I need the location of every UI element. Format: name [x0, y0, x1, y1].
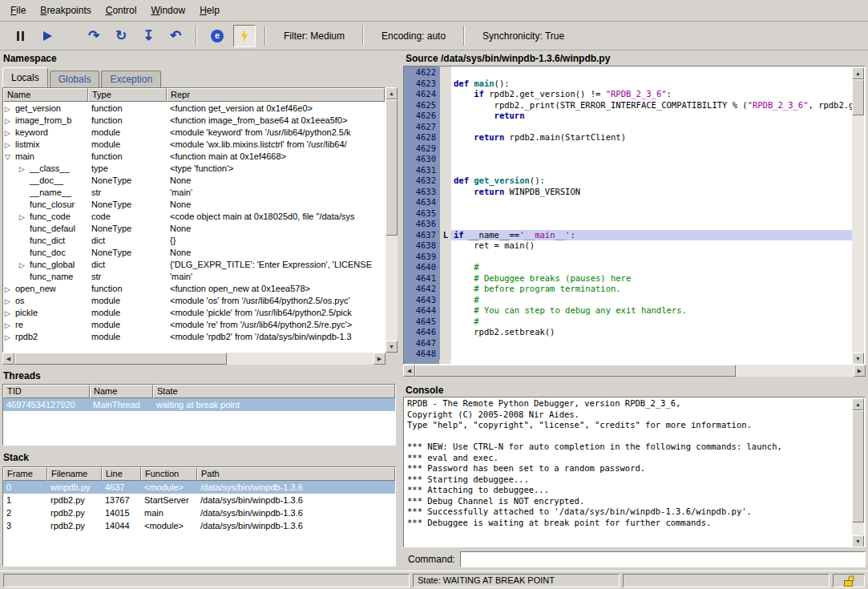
- column-header-line[interactable]: Line: [102, 467, 141, 481]
- return-button[interactable]: ↶: [164, 25, 187, 47]
- line-number[interactable]: 4630: [405, 154, 440, 165]
- source-line[interactable]: 4632def get_version():: [405, 175, 852, 187]
- line-number[interactable]: 4629: [405, 143, 440, 155]
- synchronicity-label[interactable]: Synchronicity: True: [482, 30, 564, 42]
- source-line[interactable]: 4648: [405, 349, 852, 360]
- source-line[interactable]: 4644 # You can step to debug any exit ha…: [405, 305, 852, 317]
- source-line[interactable]: 4641 # Debuggee breaks (pauses) here: [405, 273, 852, 284]
- menu-control[interactable]: Control: [99, 1, 144, 20]
- scroll-thumb[interactable]: [14, 353, 227, 365]
- stack-frame-row[interactable]: 1rpdb2.py13767StartServer/data/sys/bin/w…: [3, 494, 395, 506]
- source-line[interactable]: 4627: [405, 122, 852, 133]
- namespace-vscrollbar[interactable]: ▲▼: [386, 87, 398, 353]
- source-editor[interactable]: 46224623def main():4624 if rpdb2.get_ver…: [403, 66, 866, 365]
- source-line[interactable]: 4624 if rpdb2.get_version() != "RPDB_2_3…: [405, 89, 852, 100]
- line-number[interactable]: 4633: [405, 187, 440, 198]
- line-number[interactable]: 4647: [405, 338, 440, 349]
- expand-icon[interactable]: ▷: [5, 333, 15, 341]
- namespace-row[interactable]: ▷func_codecode<code object main at 0x180…: [3, 210, 385, 222]
- line-number[interactable]: 4645: [405, 317, 440, 328]
- source-line[interactable]: 4628 return rpdb2.main(StartClient): [405, 132, 852, 143]
- scroll-left-button[interactable]: ◀: [403, 365, 415, 377]
- line-number[interactable]: 4644: [405, 305, 440, 317]
- column-header-filename[interactable]: Filename: [47, 467, 102, 481]
- source-line[interactable]: 4625 rpdb2._print(STR_ERROR_INTERFACE_CO…: [405, 100, 852, 111]
- scroll-thumb[interactable]: [852, 79, 864, 115]
- source-vscrollbar[interactable]: ▲▼: [852, 67, 864, 365]
- break-button[interactable]: [9, 25, 31, 47]
- scroll-right-button[interactable]: ▶: [854, 365, 866, 377]
- namespace-row[interactable]: __doc__NoneTypeNone: [3, 174, 385, 186]
- line-number[interactable]: 4634: [405, 197, 440, 208]
- line-number[interactable]: 4627: [405, 122, 440, 133]
- namespace-row[interactable]: ▷picklemodule<module 'pickle' from '/usr…: [3, 306, 385, 318]
- source-line[interactable]: 4639: [405, 252, 852, 263]
- namespace-row[interactable]: ▷keywordmodule<module 'keyword' from '/u…: [3, 126, 385, 138]
- source-line[interactable]: 4634: [405, 197, 852, 208]
- line-number[interactable]: 4635: [405, 208, 440, 220]
- namespace-row[interactable]: ▷remodule<module 're' from '/usr/lib64/p…: [3, 318, 385, 330]
- namespace-row[interactable]: ▷rpdb2module<module 'rpdb2' from '/data/…: [3, 330, 385, 342]
- next-button[interactable]: ↻: [110, 25, 132, 47]
- scroll-track[interactable]: [415, 365, 854, 377]
- go-button[interactable]: [36, 25, 59, 47]
- scroll-track[interactable]: [386, 99, 398, 341]
- line-number[interactable]: 4625: [405, 100, 440, 111]
- line-number[interactable]: 4631: [405, 165, 440, 176]
- namespace-row[interactable]: ▷image_from_bfunction<function image_fro…: [3, 114, 385, 126]
- source-line[interactable]: 4623def main():: [405, 79, 852, 90]
- line-number[interactable]: 4638: [405, 240, 440, 252]
- scroll-thumb[interactable]: [852, 410, 864, 522]
- stack-frame-row[interactable]: 0winpdb.py4637<module>/data/sys/bin/winp…: [3, 481, 395, 494]
- scroll-thumb[interactable]: [415, 365, 736, 377]
- source-line[interactable]: 4643 #: [405, 295, 852, 306]
- column-header-name[interactable]: Name: [90, 385, 153, 398]
- expand-icon[interactable]: ▷: [19, 261, 30, 269]
- scroll-up-button[interactable]: ▲: [852, 67, 864, 79]
- stack-frame-row[interactable]: 3rpdb2.py14044<module>/data/sys/bin/winp…: [3, 519, 395, 532]
- column-header-path[interactable]: Path: [197, 467, 395, 481]
- encoding-label[interactable]: Encoding: auto: [382, 30, 446, 42]
- namespace-row[interactable]: ▽mainfunction<function main at 0x1ef4668…: [3, 150, 385, 162]
- thread-row[interactable]: 46974534127920MainThreadwaiting at break…: [3, 398, 395, 411]
- expand-icon[interactable]: ▷: [5, 105, 15, 113]
- source-line[interactable]: 4633 return WINPDB_VERSION: [405, 187, 852, 198]
- source-line[interactable]: 4638 ret = main(): [405, 240, 852, 252]
- source-line[interactable]: 4646 rpdb2.setbreak(): [405, 327, 852, 338]
- tab-locals[interactable]: Locals: [2, 67, 48, 87]
- source-line[interactable]: 4636: [405, 219, 852, 230]
- source-line[interactable]: 4629: [405, 143, 852, 155]
- namespace-row[interactable]: func_docNoneTypeNone: [3, 246, 385, 258]
- source-line[interactable]: 4630: [405, 154, 852, 165]
- column-header-repr[interactable]: Repr: [167, 88, 385, 102]
- scroll-right-button[interactable]: ▶: [373, 353, 386, 365]
- line-number[interactable]: 4648: [405, 349, 440, 360]
- line-number[interactable]: 4626: [405, 111, 440, 122]
- scroll-thumb[interactable]: [386, 99, 398, 236]
- line-number[interactable]: 4646: [405, 327, 440, 338]
- line-number[interactable]: 4624: [405, 89, 440, 100]
- scroll-down-button[interactable]: ▼: [852, 353, 864, 365]
- menu-help[interactable]: Help: [192, 1, 227, 20]
- filter-label[interactable]: Filter: Medium: [284, 30, 345, 42]
- expand-icon[interactable]: ▷: [19, 165, 30, 173]
- line-number[interactable]: 4642: [405, 284, 440, 295]
- step-out-button[interactable]: ↧: [137, 25, 159, 47]
- line-number[interactable]: 4622: [405, 67, 440, 79]
- namespace-row[interactable]: ▷__class__type<type 'function'>: [3, 162, 385, 174]
- scroll-track[interactable]: [852, 410, 864, 535]
- source-line[interactable]: 4635: [405, 208, 852, 220]
- namespace-row[interactable]: func_closurNoneTypeNone: [3, 198, 385, 210]
- command-input[interactable]: [460, 551, 866, 567]
- source-line[interactable]: 4647: [405, 338, 852, 349]
- line-number[interactable]: 4639: [405, 252, 440, 263]
- source-hscrollbar[interactable]: ◀▶: [403, 365, 866, 377]
- menu-file[interactable]: File: [3, 1, 33, 20]
- console-output[interactable]: RPDB - The Remote Python Debugger, versi…: [403, 397, 866, 547]
- scroll-left-button[interactable]: ◀: [2, 353, 14, 365]
- menu-window[interactable]: Window: [143, 1, 192, 20]
- collapse-icon[interactable]: ▽: [5, 153, 15, 161]
- line-number[interactable]: 4641: [405, 273, 440, 284]
- source-line[interactable]: 4642 # before program termination.: [405, 284, 852, 295]
- synchronicity-button[interactable]: [233, 25, 256, 47]
